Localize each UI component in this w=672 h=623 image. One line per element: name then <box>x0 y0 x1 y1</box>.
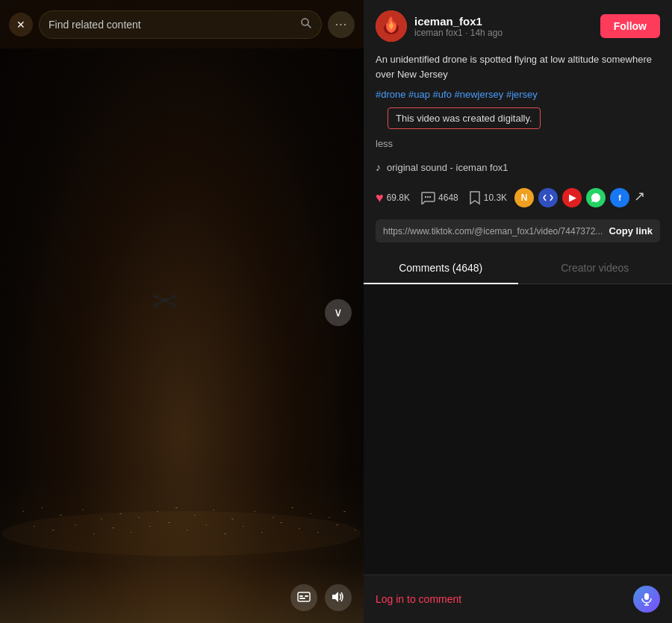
bottom-controls <box>290 584 352 611</box>
mic-button[interactable] <box>633 586 660 613</box>
url-bar: https://www.tiktok.com/@iceman_fox1/vide… <box>376 219 660 242</box>
profile-meta: iceman fox1 · 14h ago <box>414 28 593 38</box>
sound-bar: ♪ original sound - iceman fox1 <box>364 157 672 182</box>
svg-rect-58 <box>644 593 649 600</box>
post-description: An unidentified drone is spotted flying … <box>364 52 672 89</box>
username: iceman_fox1 <box>414 15 593 28</box>
svg-marker-52 <box>332 592 338 602</box>
svg-line-47 <box>308 25 311 28</box>
less-link[interactable]: less <box>364 138 672 157</box>
more-options-button[interactable]: ··· <box>328 11 355 38</box>
mic-icon <box>641 592 653 606</box>
share-code-button[interactable] <box>538 188 558 207</box>
svg-rect-36 <box>355 530 356 530</box>
svg-rect-8 <box>157 511 158 512</box>
login-footer: Log in to comment <box>364 575 672 623</box>
copy-link-button[interactable]: Copy link <box>609 225 653 237</box>
comments-count: 4648 <box>438 192 458 203</box>
comment-icon <box>420 191 435 204</box>
code-icon <box>543 192 553 203</box>
svg-rect-34 <box>317 532 319 533</box>
search-icon <box>300 17 312 31</box>
svg-rect-4 <box>82 510 84 510</box>
scroll-down-button[interactable]: ∨ <box>325 299 352 326</box>
sound-toggle-button[interactable] <box>325 584 352 611</box>
svg-rect-51 <box>299 598 305 599</box>
svg-point-44 <box>153 304 158 307</box>
share-facebook-button[interactable]: f <box>610 188 629 207</box>
svg-point-45 <box>172 304 177 307</box>
search-input[interactable] <box>49 19 294 31</box>
svg-rect-24 <box>131 532 132 533</box>
close-icon: ✕ <box>16 19 25 31</box>
content-tabs: Comments (4648) Creator videos <box>364 253 672 284</box>
svg-rect-1 <box>22 511 24 512</box>
svg-rect-2 <box>41 507 43 508</box>
sound-icon <box>332 591 345 605</box>
close-button[interactable]: ✕ <box>9 13 33 37</box>
svg-rect-31 <box>261 532 263 533</box>
comments-area <box>364 284 672 575</box>
svg-rect-32 <box>280 522 282 523</box>
comments-action[interactable]: 4648 <box>420 191 458 204</box>
svg-rect-14 <box>273 517 274 518</box>
chevron-down-icon: ∨ <box>334 305 343 319</box>
svg-rect-30 <box>243 526 244 527</box>
whatsapp-icon <box>591 192 601 203</box>
profile-header: iceman_fox1 iceman fox1 · 14h ago Follow <box>364 0 672 52</box>
svg-rect-15 <box>291 507 293 508</box>
svg-rect-9 <box>175 507 178 508</box>
tab-comments[interactable]: Comments (4648) <box>364 253 518 284</box>
login-to-comment-link[interactable]: Log in to comment <box>376 593 461 605</box>
svg-point-42 <box>153 294 158 297</box>
share-red-button[interactable]: ▶ <box>562 188 582 207</box>
top-bar: ✕ ··· <box>0 0 364 48</box>
svg-rect-49 <box>299 595 303 597</box>
sound-label: original sound - iceman fox1 <box>387 162 508 173</box>
bookmarks-action[interactable]: 10.3K <box>469 190 507 205</box>
bookmarks-count: 10.3K <box>484 192 507 203</box>
svg-rect-50 <box>305 595 308 597</box>
tab-creator-videos[interactable]: Creator videos <box>518 253 673 284</box>
svg-rect-25 <box>149 526 151 527</box>
svg-rect-11 <box>213 510 214 510</box>
share-more-icon[interactable]: ↗ <box>634 188 645 207</box>
share-n-button[interactable]: N <box>514 188 534 207</box>
post-hashtags[interactable]: #drone #uap #ufo #newjersey #jersey <box>364 89 672 107</box>
svg-rect-23 <box>112 527 114 528</box>
svg-rect-12 <box>231 519 234 519</box>
svg-rect-28 <box>205 525 207 525</box>
likes-action[interactable]: ♥ 69.8K <box>376 190 410 206</box>
facebook-label: f <box>618 193 621 202</box>
svg-point-56 <box>427 196 429 198</box>
time-ago: 14h ago <box>470 28 503 38</box>
svg-rect-3 <box>60 515 62 516</box>
digital-label-wrapper: This video was created digitally. <box>364 107 672 138</box>
handle: iceman fox1 <box>414 28 463 38</box>
music-icon: ♪ <box>376 161 381 173</box>
share-whatsapp-button[interactable] <box>586 188 606 207</box>
video-panel: ✕ ··· ∨ <box>0 0 364 623</box>
svg-rect-21 <box>75 525 76 525</box>
more-icon: ··· <box>335 18 347 31</box>
search-bar <box>39 10 322 39</box>
svg-rect-27 <box>187 530 188 530</box>
svg-rect-22 <box>93 533 95 534</box>
likes-count: 69.8K <box>387 192 410 203</box>
avatar-image <box>376 10 407 42</box>
svg-rect-7 <box>138 517 140 518</box>
avatar <box>376 10 407 42</box>
svg-rect-26 <box>168 522 170 523</box>
bookmark-icon <box>469 190 481 205</box>
city-lights-svg <box>0 436 364 556</box>
caption-toggle-button[interactable] <box>290 584 317 611</box>
follow-button[interactable]: Follow <box>600 14 660 38</box>
share-icons: N ▶ f ↗ <box>514 188 645 207</box>
svg-point-43 <box>172 294 177 297</box>
caption-icon <box>297 592 311 604</box>
action-bar: ♥ 69.8K 4648 10.3K N <box>364 182 672 216</box>
svg-rect-10 <box>194 515 196 516</box>
svg-rect-13 <box>254 511 255 512</box>
svg-rect-35 <box>336 525 338 525</box>
heart-icon: ♥ <box>376 190 384 206</box>
